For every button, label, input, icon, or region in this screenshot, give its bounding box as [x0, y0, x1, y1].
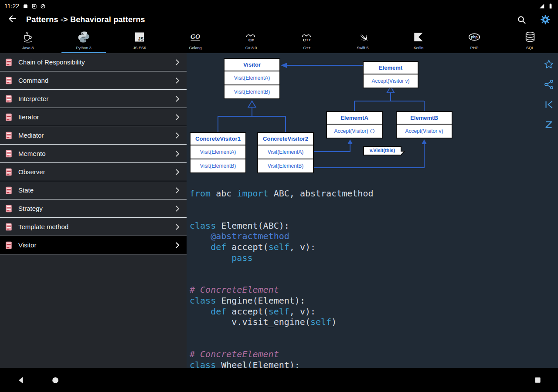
back-triangle-icon[interactable]	[16, 375, 26, 385]
chevron-right-icon	[174, 223, 181, 231]
notification-frame-icon	[31, 3, 37, 9]
tab-label: JS ES6	[133, 46, 146, 50]
tab-label: Golang	[189, 46, 201, 50]
code-line: @abstractmethod	[190, 231, 373, 242]
main-body: Chain of ResponsibilityCommandInterprete…	[0, 53, 558, 368]
side-action-bar	[543, 59, 555, 130]
chevron-right-icon	[174, 205, 181, 213]
sidebar-item-label: Memento	[18, 150, 168, 157]
code-line: from abc import ABC, abstractmethod	[190, 188, 373, 199]
language-tab-bar: Java 8Python 3JSJS ES6GOGolangC#C# 8.0C+…	[0, 27, 558, 53]
uml-method: Visit(ElementB)	[191, 159, 245, 172]
uml-class-element: ElememtAccept(Visitor v)	[363, 61, 418, 88]
share-icon[interactable]	[543, 79, 555, 90]
php-icon: php	[467, 30, 482, 44]
sidebar-item-label: Strategy	[18, 205, 168, 212]
tab-golang[interactable]: GOGolang	[167, 27, 223, 53]
star-icon[interactable]	[543, 59, 555, 70]
uml-class-title: Visitor	[225, 59, 279, 71]
status-left-icons	[23, 3, 46, 9]
search-icon[interactable]	[517, 15, 527, 25]
sidebar-item-strategy[interactable]: Strategy	[0, 199, 187, 218]
code-line	[190, 274, 373, 285]
sidebar-item-iterator[interactable]: Iterator	[0, 108, 187, 126]
code-block: from abc import ABC, abstractmethod clas…	[190, 188, 373, 368]
tab-php[interactable]: phpPHP	[446, 27, 502, 53]
cpp-icon: C++	[299, 30, 314, 44]
sidebar-item-observer[interactable]: Observer	[0, 163, 187, 181]
pattern-doc-icon	[4, 168, 13, 176]
sidebar-item-visitor[interactable]: Visitor	[0, 236, 187, 254]
uml-class-cv1: ConcreteVisitor1Visit(ElementA)Visit(Ele…	[190, 132, 246, 173]
pattern-sidebar[interactable]: Chain of ResponsibilityCommandInterprete…	[0, 53, 187, 368]
appbar-nav	[7, 14, 17, 26]
tab-label: Python 3	[76, 46, 92, 50]
code-line: class Wheel(Element):	[190, 360, 373, 368]
uml-class-cv2: ConcreteVisitor2Visit(ElementA)Visit(Ele…	[257, 132, 314, 173]
uml-class-title: Elememt	[364, 62, 418, 74]
sidebar-item-label: State	[18, 186, 168, 194]
chevron-right-icon	[174, 113, 181, 121]
tab-c-[interactable]: C++C++	[279, 27, 335, 53]
tab-swift-5[interactable]: Swift 5	[335, 27, 391, 53]
skip-back-icon[interactable]	[543, 99, 555, 110]
notification-square-icon	[23, 3, 28, 9]
tab-label: Kotlin	[414, 46, 424, 50]
svg-text:GO: GO	[191, 33, 200, 40]
uml-method: Accept(Visitor)	[327, 125, 382, 138]
tab-label: Swift 5	[357, 46, 368, 50]
uml-class-title: ConcreteVisitor1	[191, 133, 245, 145]
status-right-icons	[539, 3, 554, 9]
uml-class-title: ConcreteVisitor2	[258, 133, 313, 145]
code-line: def accept(self, v):	[190, 242, 373, 253]
sidebar-item-template-method[interactable]: Template method	[0, 218, 187, 236]
sidebar-item-chain-of-responsibility[interactable]: Chain of Responsibility	[0, 53, 187, 71]
tab-label: Java 8	[22, 46, 34, 50]
uml-method: Visit(ElementA)	[225, 71, 279, 85]
chevron-right-icon	[174, 186, 181, 194]
tab-java-8[interactable]: Java 8	[0, 27, 56, 53]
pattern-doc-icon	[4, 58, 13, 67]
svg-text:JS: JS	[138, 36, 143, 41]
sidebar-item-memento[interactable]: Memento	[0, 145, 187, 163]
code-line	[190, 210, 373, 220]
code-line	[190, 199, 373, 210]
pattern-doc-icon	[4, 186, 13, 195]
sidebar-item-command[interactable]: Command	[0, 71, 187, 90]
sidebar-item-mediator[interactable]: Mediator	[0, 126, 187, 145]
tab-kotlin[interactable]: Kotlin	[391, 27, 446, 53]
sidebar-item-label: Iterator	[18, 113, 168, 121]
kotlin-icon	[413, 30, 424, 44]
code-line	[190, 328, 373, 338]
tab-python-3[interactable]: Python 3	[56, 27, 112, 53]
pattern-content[interactable]: VisitorVisit(ElementA)Visit(ElementB)Ele…	[187, 53, 558, 368]
code-line: # ConcreteElement	[190, 284, 373, 295]
recents-square-icon[interactable]	[533, 375, 542, 385]
home-circle-icon[interactable]	[51, 375, 60, 385]
sidebar-item-label: Interpreter	[18, 95, 168, 102]
tab-c-8-0[interactable]: C#C# 8.0	[223, 27, 279, 53]
z-icon[interactable]	[543, 119, 555, 130]
csharp-icon: C#	[244, 30, 259, 44]
sidebar-item-state[interactable]: State	[0, 181, 187, 199]
code-line: v.visit_engine(self)	[190, 317, 373, 328]
tab-sql[interactable]: SQL	[502, 27, 558, 53]
chevron-right-icon	[174, 150, 181, 158]
uml-method: Visit(ElementB)	[225, 85, 279, 98]
settings-gear-icon[interactable]	[540, 14, 551, 25]
code-line: def accept(self, v):	[190, 306, 373, 317]
chevron-right-icon	[174, 58, 181, 66]
svg-text:C++: C++	[303, 37, 311, 42]
sidebar-item-label: Command	[18, 77, 168, 84]
tab-js-es6[interactable]: JSJS ES6	[112, 27, 167, 53]
sidebar-item-label: Template method	[18, 223, 168, 230]
swift-icon	[357, 30, 369, 44]
tab-label: SQL	[526, 46, 534, 50]
code-line: pass	[190, 253, 373, 264]
sidebar-item-interpreter[interactable]: Interpreter	[0, 90, 187, 108]
pattern-doc-icon	[4, 131, 13, 140]
back-arrow-icon[interactable]	[7, 14, 17, 26]
code-line: class Engine(Element):	[190, 295, 373, 306]
code-line	[190, 263, 373, 274]
python-icon	[77, 30, 90, 44]
